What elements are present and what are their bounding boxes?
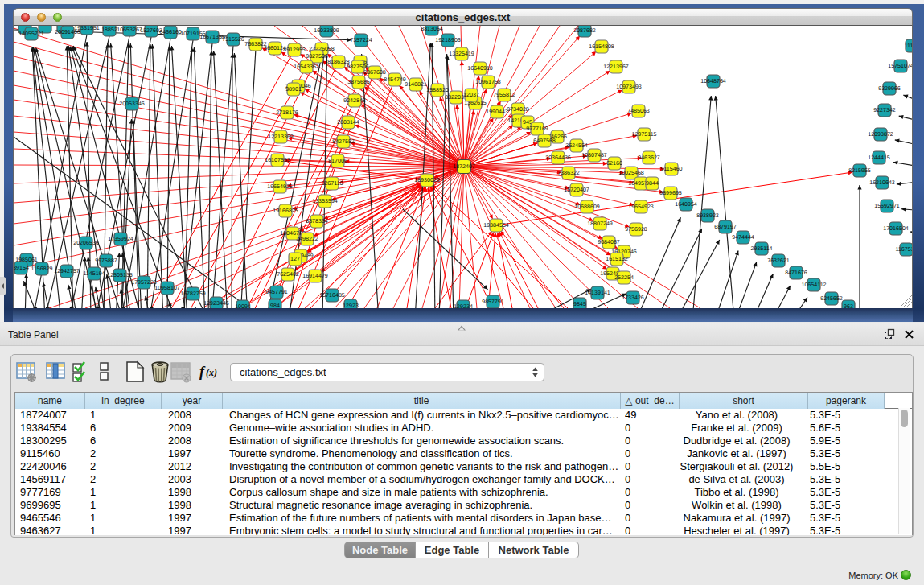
svg-text:f: f	[199, 364, 206, 380]
svg-text:7357224: 7357224	[350, 38, 372, 44]
svg-text:2803144: 2803144	[337, 120, 359, 126]
svg-text:17016504: 17016504	[883, 226, 909, 233]
svg-text:9245652: 9245652	[820, 296, 843, 303]
svg-text:1733426: 1733426	[622, 295, 644, 302]
svg-text:2718176: 2718176	[276, 110, 298, 117]
svg-text:2867608: 2867608	[363, 70, 386, 76]
svg-text:3267110: 3267110	[321, 181, 343, 187]
svg-text:12093872: 12093872	[868, 132, 893, 138]
svg-text:12942757: 12942757	[54, 269, 80, 275]
svg-text:16107553: 16107553	[265, 158, 290, 164]
svg-text:9827506: 9827506	[306, 54, 328, 60]
svg-text:16210643: 16210643	[869, 180, 895, 187]
svg-text:16640910: 16640910	[467, 66, 493, 72]
svg-text:6497568: 6497568	[533, 138, 556, 145]
svg-text:7632621: 7632621	[767, 258, 790, 265]
svg-text:20364436: 20364436	[545, 155, 571, 162]
svg-text:7625402: 7625402	[277, 272, 299, 278]
svg-text:13325419: 13325419	[449, 51, 474, 58]
svg-text:62160: 62160	[606, 161, 622, 167]
svg-text:15720407: 15720407	[564, 187, 589, 194]
svg-text:12975115: 12975115	[631, 132, 656, 138]
svg-text:9734028: 9734028	[507, 107, 529, 113]
svg-text:9329966: 9329966	[878, 86, 901, 93]
svg-text:1588520: 1588520	[426, 88, 449, 94]
svg-text:1145194: 1145194	[83, 271, 105, 278]
svg-text:1156829: 1156829	[31, 266, 52, 273]
svg-text:20206536: 20206536	[73, 241, 99, 247]
svg-text:8454749: 8454749	[384, 77, 406, 84]
svg-text:6466160: 6466160	[159, 30, 182, 36]
svg-text:252254: 252254	[614, 275, 634, 282]
svg-text:9756928: 9756928	[625, 227, 647, 233]
svg-text:10688609: 10688609	[574, 204, 600, 211]
svg-text:1244415: 1244415	[868, 155, 890, 162]
svg-text:10961758: 10961758	[475, 80, 501, 86]
svg-text:8938923: 8938923	[696, 213, 719, 220]
svg-text:9227342: 9227342	[873, 108, 896, 114]
svg-text:19166825: 19166825	[273, 208, 298, 215]
svg-text:10025468: 10025468	[618, 171, 644, 177]
svg-text:14139141: 14139141	[585, 290, 610, 297]
svg-text:15692971: 15692971	[874, 204, 900, 210]
svg-text:19654925: 19654925	[267, 184, 293, 191]
svg-text:3624554: 3624554	[565, 143, 588, 150]
svg-text:13353594: 13353594	[312, 199, 338, 205]
svg-text:16154808: 16154808	[589, 44, 614, 51]
svg-text:12505135: 12505135	[107, 273, 133, 279]
svg-text:17359924: 17359924	[108, 237, 133, 243]
svg-text:15716485: 15716485	[319, 293, 345, 299]
svg-text:20053346: 20053346	[119, 101, 145, 108]
svg-text:9084067: 9084067	[598, 240, 620, 246]
svg-text:16033809: 16033809	[314, 28, 339, 35]
svg-text:14055721: 14055721	[18, 31, 44, 38]
svg-text:16782759: 16782759	[180, 291, 206, 298]
svg-text:7515526: 7515526	[222, 37, 244, 43]
svg-text:10973493: 10973493	[616, 84, 642, 91]
svg-text:12037: 12037	[463, 93, 479, 99]
svg-text:9777169: 9777169	[526, 126, 548, 133]
svg-text:12213967: 12213967	[603, 64, 629, 71]
svg-text:98901: 98901	[285, 87, 302, 93]
svg-text:2087682: 2087682	[573, 28, 596, 35]
svg-text:11125: 11125	[905, 43, 913, 50]
svg-text:10654112: 10654112	[801, 282, 826, 289]
svg-text:1872407: 1872407	[453, 164, 475, 171]
svg-text:10807487: 10807487	[581, 153, 607, 159]
svg-text:16914479: 16914479	[302, 274, 328, 280]
svg-text:19384554: 19384554	[483, 223, 509, 229]
svg-text:1167534: 1167534	[895, 247, 913, 253]
svg-text:10648764: 10648764	[700, 79, 726, 85]
svg-text:8912955: 8912955	[283, 47, 306, 54]
svg-text:18807249: 18807249	[587, 221, 613, 228]
svg-text:3875685: 3875685	[347, 80, 370, 86]
svg-text:9857791: 9857791	[482, 299, 504, 306]
svg-text:9899695: 9899695	[659, 191, 682, 197]
svg-text:39154: 39154	[14, 266, 29, 272]
svg-text:1640954: 1640954	[675, 202, 697, 208]
svg-text:9975887: 9975887	[95, 258, 117, 265]
svg-text:6879197: 6879197	[714, 225, 737, 231]
svg-text:9457791: 9457791	[265, 290, 288, 296]
svg-text:9463627: 9463627	[638, 155, 660, 162]
svg-text:8813054: 8813054	[421, 27, 443, 33]
svg-text:8215955: 8215955	[848, 168, 871, 175]
svg-text:18930029: 18930029	[414, 178, 440, 184]
svg-text:10958107: 10958107	[154, 286, 180, 292]
svg-text:18852: 18852	[101, 27, 117, 34]
svg-text:9844: 9844	[646, 181, 659, 187]
svg-text:8471676: 8471676	[785, 270, 807, 277]
svg-text:9242848: 9242848	[343, 98, 366, 105]
svg-text:2935114: 2935114	[750, 246, 772, 253]
svg-text:12213369: 12213369	[268, 134, 294, 141]
svg-text:9115460: 9115460	[660, 167, 682, 173]
svg-text:8878334: 8878334	[306, 219, 328, 225]
svg-text:9474444: 9474444	[732, 235, 754, 241]
svg-text:19654923: 19654923	[628, 204, 654, 211]
svg-text:9146821: 9146821	[405, 82, 427, 89]
svg-text:3498222: 3498222	[296, 237, 318, 243]
svg-text:15751074: 15751074	[888, 64, 913, 70]
svg-text:19331951: 19331951	[74, 26, 100, 31]
svg-text:16543362: 16543362	[294, 64, 319, 71]
svg-text:817006: 817006	[328, 159, 347, 165]
